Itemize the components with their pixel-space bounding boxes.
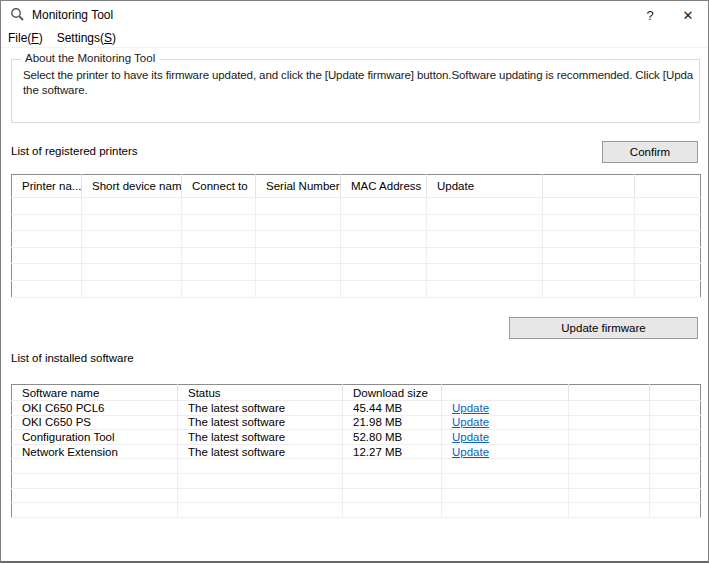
empty-cell [341,198,427,215]
menu-file[interactable]: File(F) [1,29,50,48]
software-table-header-row: Software nameStatusDownload size [12,385,701,401]
empty-cell [182,231,256,248]
printer-column-header[interactable]: Short device name [82,175,182,198]
empty-cell [635,264,701,281]
title-bar: Monitoring Tool ? ✕ [1,1,708,29]
about-description-line2: the software. [23,83,693,98]
empty-cell [256,280,341,297]
empty-cell [178,473,343,488]
empty-cell [178,503,343,518]
software-table-row [12,473,701,488]
monitoring-tool-window: Monitoring Tool ? ✕ File(F) Settings(S) … [0,0,709,563]
empty-cell [178,488,343,503]
registered-printers-label: List of registered printers [11,145,138,157]
printer-column-header[interactable]: Update [427,175,543,198]
empty-cell [569,415,650,430]
empty-cell [182,214,256,231]
empty-cell [12,231,82,248]
printer-column-header[interactable]: Connect to [182,175,256,198]
software-column-header[interactable] [569,385,650,401]
empty-cell [256,214,341,231]
software-update-link[interactable]: Update [452,402,489,414]
empty-cell [182,264,256,281]
empty-cell [427,231,543,248]
software-table-row [12,459,701,474]
software-action-cell: Update [442,430,569,445]
empty-cell [442,473,569,488]
empty-cell [650,473,701,488]
empty-cell [82,198,182,215]
empty-cell [256,198,341,215]
software-table-row: Configuration ToolThe latest software52.… [12,430,701,445]
software-status-cell: The latest software [178,430,343,445]
help-button[interactable]: ? [635,1,665,29]
empty-cell [569,473,650,488]
software-update-link[interactable]: Update [452,416,489,428]
empty-cell [650,415,701,430]
empty-cell [82,264,182,281]
empty-cell [427,280,543,297]
empty-cell [650,488,701,503]
empty-cell [343,473,442,488]
empty-cell [635,198,701,215]
empty-cell [650,430,701,445]
update-firmware-button[interactable]: Update firmware [509,317,698,339]
software-size-cell: 52.80 MB [343,430,442,445]
empty-cell [543,198,635,215]
menu-bar: File(F) Settings(S) [1,29,708,48]
software-column-header[interactable]: Download size [343,385,442,401]
printer-column-header[interactable]: MAC Address [341,175,427,198]
software-table-row: OKI C650 PCL6The latest software45.44 MB… [12,401,701,416]
magnifier-app-icon [10,7,25,22]
empty-cell [650,401,701,416]
printer-table-body [12,198,701,298]
empty-cell [82,231,182,248]
empty-cell [178,459,343,474]
menu-settings-label-close: ) [112,31,116,45]
empty-cell [427,198,543,215]
empty-cell [182,280,256,297]
menu-file-label: File( [8,31,31,45]
confirm-button[interactable]: Confirm [602,141,698,163]
empty-cell [543,214,635,231]
software-update-link[interactable]: Update [452,431,489,443]
software-update-link[interactable]: Update [452,446,489,458]
software-column-header[interactable]: Software name [12,385,178,401]
about-groupbox-legend: About the Monitoring Tool [21,52,159,64]
empty-cell [343,503,442,518]
empty-cell [82,280,182,297]
empty-cell [12,247,82,264]
window-title: Monitoring Tool [32,8,113,22]
empty-cell [12,473,178,488]
software-column-header[interactable]: Status [178,385,343,401]
printer-table-row [12,280,701,297]
empty-cell [650,503,701,518]
software-status-cell: The latest software [178,415,343,430]
empty-cell [569,488,650,503]
empty-cell [182,198,256,215]
empty-cell [82,247,182,264]
software-column-header[interactable] [442,385,569,401]
software-name-cell: Configuration Tool [12,430,178,445]
printer-column-header[interactable]: Printer na... [12,175,82,198]
menu-settings-label: Settings( [57,31,104,45]
empty-cell [442,488,569,503]
menu-file-label-close: ) [39,31,43,45]
software-table-row [12,488,701,503]
printer-column-header[interactable] [635,175,701,198]
empty-cell [543,280,635,297]
empty-cell [427,264,543,281]
printer-table-row [12,231,701,248]
empty-cell [543,247,635,264]
empty-cell [635,280,701,297]
printer-table-row [12,214,701,231]
software-action-cell: Update [442,401,569,416]
empty-cell [256,264,341,281]
printer-column-header[interactable] [543,175,635,198]
software-column-header[interactable] [650,385,701,401]
software-size-cell: 21.98 MB [343,415,442,430]
empty-cell [569,444,650,459]
close-button[interactable]: ✕ [673,1,703,29]
printer-column-header[interactable]: Serial Number [256,175,341,198]
menu-settings[interactable]: Settings(S) [50,29,123,48]
